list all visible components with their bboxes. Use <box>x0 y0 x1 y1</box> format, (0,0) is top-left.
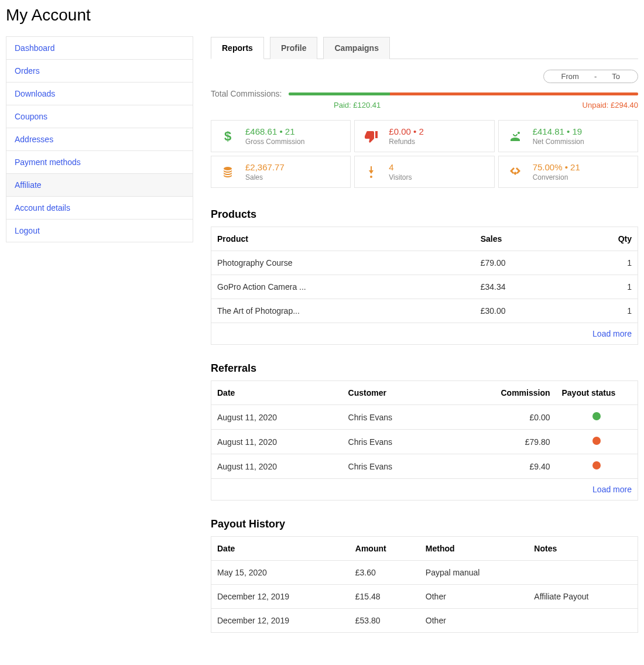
cell-date: August 11, 2020 <box>211 454 342 479</box>
stat-value: 4 <box>389 162 412 172</box>
cell-date: May 15, 2020 <box>211 561 350 585</box>
date-to-label: To <box>612 72 620 81</box>
sidebar-item-logout[interactable]: Logout <box>6 220 193 242</box>
referrals-table: Date Customer Commission Payout status A… <box>211 381 638 479</box>
commissions-bar <box>289 92 638 95</box>
referrals-load-more-link[interactable]: Load more <box>592 485 632 494</box>
cell-commission: £0.00 <box>444 405 556 430</box>
cell-product: GoPro Action Camera ... <box>211 275 475 299</box>
payouts-heading: Payout History <box>211 518 638 530</box>
cell-product: Photography Course <box>211 251 475 275</box>
stat-value: £468.61 • 21 <box>245 126 304 136</box>
paid-amount-label: Paid: £120.41 <box>334 101 381 109</box>
stat-value: £414.81 • 19 <box>533 126 584 136</box>
dollar-icon: $ <box>218 127 237 146</box>
total-commissions-label: Total Commissions: <box>211 89 282 98</box>
sidebar-item-account-details[interactable]: Account details <box>6 197 193 220</box>
cell-notes <box>528 561 638 585</box>
cell-customer: Chris Evans <box>342 454 445 479</box>
cell-qty: 1 <box>571 299 638 323</box>
commissions-bar-unpaid <box>390 92 638 95</box>
thumbs-down-icon <box>362 127 381 146</box>
page-title: My Account <box>6 6 638 25</box>
cell-customer: Chris Evans <box>342 405 445 430</box>
cell-notes: Affiliate Payout <box>528 585 638 609</box>
cell-product: The Art of Photograp... <box>211 299 475 323</box>
cell-amount: £15.48 <box>350 585 420 609</box>
cell-qty: 1 <box>571 275 638 299</box>
table-row: Photography Course £79.00 1 <box>211 251 638 275</box>
col-date: Date <box>211 381 342 405</box>
cell-customer: Chris Evans <box>342 430 445 454</box>
sidebar-item-coupons[interactable]: Coupons <box>6 105 193 128</box>
stat-label: Sales <box>245 173 285 181</box>
stat-sales: £2,367.77 Sales <box>211 156 351 188</box>
stat-label: Visitors <box>389 173 412 181</box>
col-commission: Commission <box>444 381 556 405</box>
stat-value: £2,367.77 <box>245 162 285 172</box>
col-date: Date <box>211 537 350 561</box>
unpaid-amount-label: Unpaid: £294.40 <box>583 101 638 109</box>
payouts-table: Date Amount Method Notes May 15, 2020 £3… <box>211 536 638 633</box>
cell-date: December 12, 2019 <box>211 585 350 609</box>
stat-value: 75.00% • 21 <box>533 162 580 172</box>
products-heading: Products <box>211 208 638 221</box>
tab-campaigns[interactable]: Campaigns <box>323 37 389 59</box>
payouts-section: Payout History Date Amount Method Notes … <box>211 518 638 633</box>
cell-commission: £9.40 <box>444 454 556 479</box>
cell-date: August 11, 2020 <box>211 405 342 430</box>
table-row: August 11, 2020 Chris Evans £79.80 <box>211 430 638 454</box>
cell-amount: £53.80 <box>350 609 420 633</box>
commissions-bar-paid <box>289 92 390 95</box>
stat-label: Net Commission <box>533 138 584 146</box>
table-row: August 11, 2020 Chris Evans £0.00 <box>211 405 638 430</box>
col-product: Product <box>211 227 475 251</box>
col-method: Method <box>420 537 528 561</box>
cell-sales: £34.34 <box>475 275 571 299</box>
tab-reports[interactable]: Reports <box>211 37 264 59</box>
status-dot-icon <box>592 461 601 469</box>
stats-grid: $ £468.61 • 21 Gross Commission £0.00 • … <box>211 120 638 188</box>
cell-commission: £79.80 <box>444 430 556 454</box>
date-from-label: From <box>561 72 579 81</box>
stat-label: Conversion <box>533 173 580 181</box>
date-sep: - <box>594 72 597 81</box>
cell-method: Other <box>420 609 528 633</box>
products-section: Products Product Sales Qty Photography C… <box>211 208 638 345</box>
table-row: December 12, 2019 £53.80 Other <box>211 609 638 633</box>
products-table: Product Sales Qty Photography Course £79… <box>211 227 638 323</box>
cell-sales: £30.00 <box>475 299 571 323</box>
table-row: The Art of Photograp... £30.00 1 <box>211 299 638 323</box>
cell-notes <box>528 609 638 633</box>
sidebar-item-dashboard[interactable]: Dashboard <box>6 37 193 60</box>
status-dot-icon <box>592 412 601 420</box>
stat-label: Gross Commission <box>245 138 304 146</box>
sidebar-item-downloads[interactable]: Downloads <box>6 83 193 105</box>
tab-profile[interactable]: Profile <box>270 37 318 59</box>
col-qty: Qty <box>571 227 638 251</box>
col-customer: Customer <box>342 381 445 405</box>
svg-point-0 <box>224 167 232 170</box>
table-row: December 12, 2019 £15.48 Other Affiliate… <box>211 585 638 609</box>
sidebar-item-affiliate[interactable]: Affiliate <box>6 174 193 197</box>
referrals-heading: Referrals <box>211 362 638 375</box>
col-amount: Amount <box>350 537 420 561</box>
col-status: Payout status <box>556 381 638 405</box>
stat-gross-commission: $ £468.61 • 21 Gross Commission <box>211 120 351 152</box>
account-sidebar: Dashboard Orders Downloads Coupons Addre… <box>6 36 193 242</box>
affiliate-tabs: Reports Profile Campaigns <box>211 36 638 59</box>
sidebar-item-addresses[interactable]: Addresses <box>6 128 193 151</box>
table-row: May 15, 2020 £3.60 Paypal manual <box>211 561 638 585</box>
col-sales: Sales <box>475 227 571 251</box>
date-range-filter[interactable]: From - To <box>543 70 638 83</box>
col-notes: Notes <box>528 537 638 561</box>
sidebar-item-orders[interactable]: Orders <box>6 60 193 83</box>
handshake-icon <box>506 163 525 181</box>
coins-icon <box>218 163 237 181</box>
cell-date: August 11, 2020 <box>211 430 342 454</box>
stat-conversion: 75.00% • 21 Conversion <box>498 156 638 188</box>
stat-visitors: 4 Visitors <box>354 156 494 188</box>
table-row: GoPro Action Camera ... £34.34 1 <box>211 275 638 299</box>
sidebar-item-payment-methods[interactable]: Payment methods <box>6 151 193 174</box>
products-load-more-link[interactable]: Load more <box>592 329 632 338</box>
